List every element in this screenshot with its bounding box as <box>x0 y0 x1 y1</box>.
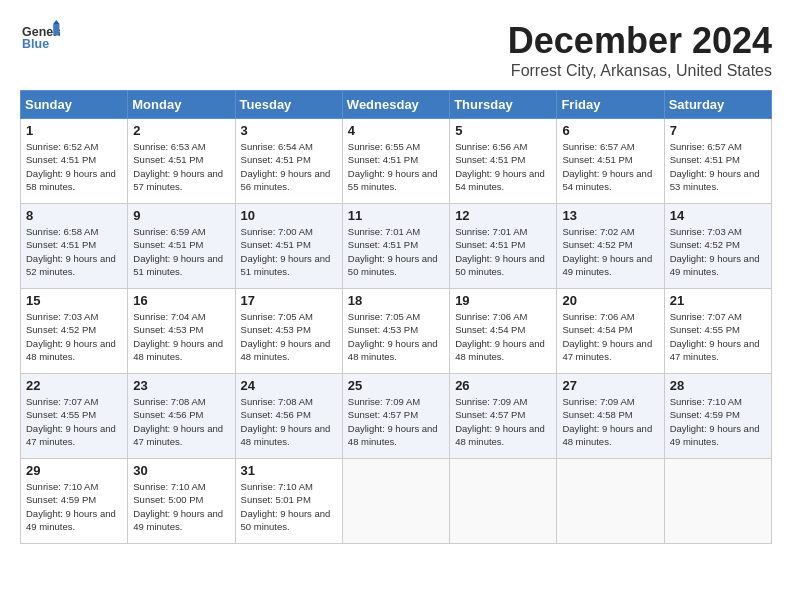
day-number: 23 <box>133 378 229 393</box>
calendar-cell: 22Sunrise: 7:07 AMSunset: 4:55 PMDayligh… <box>21 374 128 459</box>
day-info: Sunrise: 6:58 AMSunset: 4:51 PMDaylight:… <box>26 225 122 278</box>
calendar-cell: 15Sunrise: 7:03 AMSunset: 4:52 PMDayligh… <box>21 289 128 374</box>
logo-icon: General Blue <box>20 20 60 55</box>
day-number: 4 <box>348 123 444 138</box>
day-number: 14 <box>670 208 766 223</box>
day-number: 6 <box>562 123 658 138</box>
calendar-cell: 3Sunrise: 6:54 AMSunset: 4:51 PMDaylight… <box>235 119 342 204</box>
calendar-cell: 7Sunrise: 6:57 AMSunset: 4:51 PMDaylight… <box>664 119 771 204</box>
day-info: Sunrise: 7:04 AMSunset: 4:53 PMDaylight:… <box>133 310 229 363</box>
day-number: 29 <box>26 463 122 478</box>
calendar-week-row: 29Sunrise: 7:10 AMSunset: 4:59 PMDayligh… <box>21 459 772 544</box>
calendar-cell <box>557 459 664 544</box>
day-info: Sunrise: 7:08 AMSunset: 4:56 PMDaylight:… <box>241 395 337 448</box>
calendar-cell: 8Sunrise: 6:58 AMSunset: 4:51 PMDaylight… <box>21 204 128 289</box>
day-number: 9 <box>133 208 229 223</box>
calendar-cell: 17Sunrise: 7:05 AMSunset: 4:53 PMDayligh… <box>235 289 342 374</box>
day-info: Sunrise: 7:03 AMSunset: 4:52 PMDaylight:… <box>26 310 122 363</box>
calendar-cell: 18Sunrise: 7:05 AMSunset: 4:53 PMDayligh… <box>342 289 449 374</box>
logo: General Blue <box>20 20 64 55</box>
calendar-week-row: 1Sunrise: 6:52 AMSunset: 4:51 PMDaylight… <box>21 119 772 204</box>
title-section: December 2024 Forrest City, Arkansas, Un… <box>508 20 772 80</box>
day-number: 3 <box>241 123 337 138</box>
day-info: Sunrise: 7:01 AMSunset: 4:51 PMDaylight:… <box>455 225 551 278</box>
day-number: 2 <box>133 123 229 138</box>
day-number: 15 <box>26 293 122 308</box>
day-number: 10 <box>241 208 337 223</box>
calendar-day-header: Tuesday <box>235 91 342 119</box>
calendar-table: SundayMondayTuesdayWednesdayThursdayFrid… <box>20 90 772 544</box>
calendar-cell <box>342 459 449 544</box>
day-info: Sunrise: 6:54 AMSunset: 4:51 PMDaylight:… <box>241 140 337 193</box>
calendar-cell: 28Sunrise: 7:10 AMSunset: 4:59 PMDayligh… <box>664 374 771 459</box>
calendar-cell: 21Sunrise: 7:07 AMSunset: 4:55 PMDayligh… <box>664 289 771 374</box>
day-number: 30 <box>133 463 229 478</box>
day-number: 21 <box>670 293 766 308</box>
day-info: Sunrise: 7:05 AMSunset: 4:53 PMDaylight:… <box>348 310 444 363</box>
day-info: Sunrise: 6:52 AMSunset: 4:51 PMDaylight:… <box>26 140 122 193</box>
calendar-cell: 9Sunrise: 6:59 AMSunset: 4:51 PMDaylight… <box>128 204 235 289</box>
calendar-week-row: 8Sunrise: 6:58 AMSunset: 4:51 PMDaylight… <box>21 204 772 289</box>
day-number: 31 <box>241 463 337 478</box>
day-number: 16 <box>133 293 229 308</box>
calendar-cell: 2Sunrise: 6:53 AMSunset: 4:51 PMDaylight… <box>128 119 235 204</box>
day-info: Sunrise: 7:10 AMSunset: 4:59 PMDaylight:… <box>670 395 766 448</box>
day-number: 19 <box>455 293 551 308</box>
day-number: 26 <box>455 378 551 393</box>
calendar-week-row: 15Sunrise: 7:03 AMSunset: 4:52 PMDayligh… <box>21 289 772 374</box>
day-info: Sunrise: 7:07 AMSunset: 4:55 PMDaylight:… <box>26 395 122 448</box>
day-number: 8 <box>26 208 122 223</box>
day-info: Sunrise: 7:00 AMSunset: 4:51 PMDaylight:… <box>241 225 337 278</box>
calendar-cell: 30Sunrise: 7:10 AMSunset: 5:00 PMDayligh… <box>128 459 235 544</box>
location-title: Forrest City, Arkansas, United States <box>508 62 772 80</box>
calendar-cell: 31Sunrise: 7:10 AMSunset: 5:01 PMDayligh… <box>235 459 342 544</box>
calendar-cell <box>450 459 557 544</box>
calendar-cell: 24Sunrise: 7:08 AMSunset: 4:56 PMDayligh… <box>235 374 342 459</box>
day-number: 24 <box>241 378 337 393</box>
calendar-day-header: Friday <box>557 91 664 119</box>
calendar-cell: 11Sunrise: 7:01 AMSunset: 4:51 PMDayligh… <box>342 204 449 289</box>
calendar-cell: 5Sunrise: 6:56 AMSunset: 4:51 PMDaylight… <box>450 119 557 204</box>
calendar-cell: 13Sunrise: 7:02 AMSunset: 4:52 PMDayligh… <box>557 204 664 289</box>
day-info: Sunrise: 6:59 AMSunset: 4:51 PMDaylight:… <box>133 225 229 278</box>
page-header: General Blue December 2024 Forrest City,… <box>20 20 772 80</box>
calendar-cell: 26Sunrise: 7:09 AMSunset: 4:57 PMDayligh… <box>450 374 557 459</box>
calendar-day-header: Thursday <box>450 91 557 119</box>
month-title: December 2024 <box>508 20 772 62</box>
svg-marker-2 <box>53 24 59 36</box>
calendar-day-header: Sunday <box>21 91 128 119</box>
day-info: Sunrise: 7:05 AMSunset: 4:53 PMDaylight:… <box>241 310 337 363</box>
svg-text:Blue: Blue <box>22 37 49 51</box>
day-info: Sunrise: 7:09 AMSunset: 4:58 PMDaylight:… <box>562 395 658 448</box>
day-info: Sunrise: 6:57 AMSunset: 4:51 PMDaylight:… <box>562 140 658 193</box>
day-info: Sunrise: 7:06 AMSunset: 4:54 PMDaylight:… <box>455 310 551 363</box>
day-info: Sunrise: 7:09 AMSunset: 4:57 PMDaylight:… <box>455 395 551 448</box>
day-number: 27 <box>562 378 658 393</box>
calendar-cell: 4Sunrise: 6:55 AMSunset: 4:51 PMDaylight… <box>342 119 449 204</box>
calendar-cell: 27Sunrise: 7:09 AMSunset: 4:58 PMDayligh… <box>557 374 664 459</box>
calendar-cell: 29Sunrise: 7:10 AMSunset: 4:59 PMDayligh… <box>21 459 128 544</box>
day-number: 1 <box>26 123 122 138</box>
day-info: Sunrise: 6:56 AMSunset: 4:51 PMDaylight:… <box>455 140 551 193</box>
day-info: Sunrise: 7:10 AMSunset: 5:00 PMDaylight:… <box>133 480 229 533</box>
calendar-week-row: 22Sunrise: 7:07 AMSunset: 4:55 PMDayligh… <box>21 374 772 459</box>
calendar-cell: 20Sunrise: 7:06 AMSunset: 4:54 PMDayligh… <box>557 289 664 374</box>
day-number: 20 <box>562 293 658 308</box>
day-info: Sunrise: 6:55 AMSunset: 4:51 PMDaylight:… <box>348 140 444 193</box>
day-info: Sunrise: 7:10 AMSunset: 5:01 PMDaylight:… <box>241 480 337 533</box>
calendar-cell: 16Sunrise: 7:04 AMSunset: 4:53 PMDayligh… <box>128 289 235 374</box>
day-info: Sunrise: 7:10 AMSunset: 4:59 PMDaylight:… <box>26 480 122 533</box>
calendar-cell: 1Sunrise: 6:52 AMSunset: 4:51 PMDaylight… <box>21 119 128 204</box>
calendar-cell: 23Sunrise: 7:08 AMSunset: 4:56 PMDayligh… <box>128 374 235 459</box>
day-info: Sunrise: 6:53 AMSunset: 4:51 PMDaylight:… <box>133 140 229 193</box>
day-number: 18 <box>348 293 444 308</box>
calendar-day-header: Saturday <box>664 91 771 119</box>
day-info: Sunrise: 7:06 AMSunset: 4:54 PMDaylight:… <box>562 310 658 363</box>
calendar-cell <box>664 459 771 544</box>
calendar-cell: 12Sunrise: 7:01 AMSunset: 4:51 PMDayligh… <box>450 204 557 289</box>
day-number: 22 <box>26 378 122 393</box>
day-info: Sunrise: 7:07 AMSunset: 4:55 PMDaylight:… <box>670 310 766 363</box>
calendar-cell: 6Sunrise: 6:57 AMSunset: 4:51 PMDaylight… <box>557 119 664 204</box>
day-info: Sunrise: 7:01 AMSunset: 4:51 PMDaylight:… <box>348 225 444 278</box>
day-number: 7 <box>670 123 766 138</box>
